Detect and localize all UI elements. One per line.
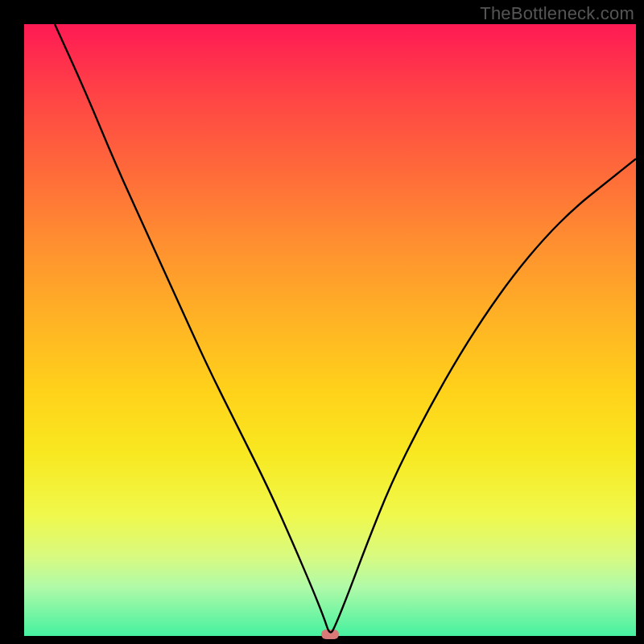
minimum-point-marker bbox=[321, 630, 339, 639]
watermark-text: TheBottleneck.com bbox=[480, 3, 634, 24]
chart-plot-area bbox=[24, 24, 636, 636]
